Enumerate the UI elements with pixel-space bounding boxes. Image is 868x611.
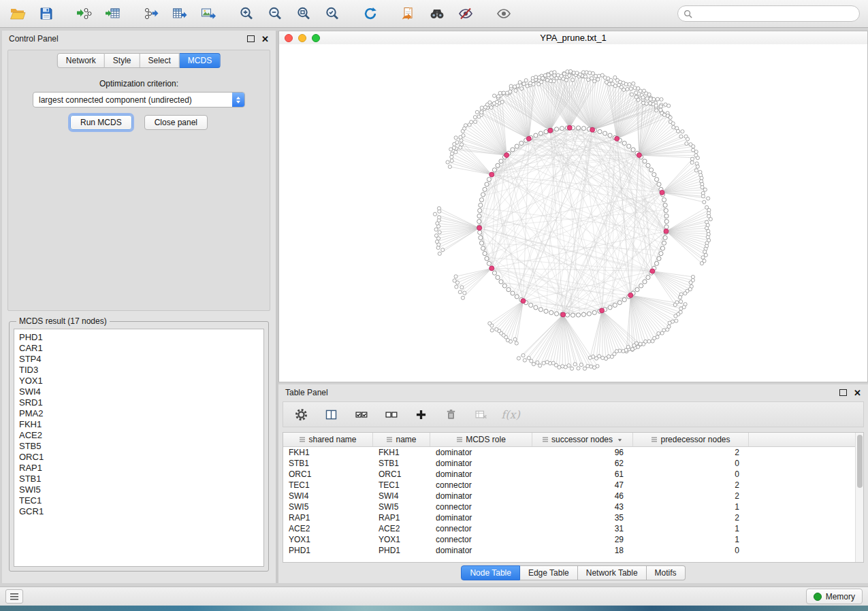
- mcds-result-item[interactable]: STP4: [19, 354, 259, 365]
- table-row[interactable]: PHD1PHD1dominator180: [283, 545, 863, 556]
- table-row[interactable]: RAP1RAP1dominator352: [283, 512, 863, 523]
- tab-network[interactable]: Network: [57, 53, 105, 68]
- deselect-all-icon: [384, 408, 398, 422]
- cell-successor-nodes: 29: [532, 534, 633, 545]
- tab-motifs[interactable]: Motifs: [647, 565, 686, 580]
- mcds-result-item[interactable]: SRD1: [19, 397, 259, 408]
- mcds-result-item[interactable]: STB1: [19, 474, 259, 484]
- tab-node-table[interactable]: Node Table: [461, 565, 520, 580]
- table-row[interactable]: STB1STB1dominator620: [283, 458, 863, 469]
- column-header-name[interactable]: name: [373, 433, 430, 446]
- save-button[interactable]: [37, 4, 56, 23]
- close-panel-button[interactable]: Close panel: [144, 115, 208, 130]
- cell-shared-name: ACE2: [283, 523, 373, 534]
- main-toolbar: [0, 0, 868, 28]
- deselect-all-button[interactable]: [383, 406, 399, 423]
- clear-table-button[interactable]: [472, 406, 489, 423]
- mcds-result-item[interactable]: GCR1: [19, 506, 259, 517]
- run-mcds-button[interactable]: Run MCDS: [70, 115, 132, 130]
- mcds-result-item[interactable]: ORC1: [19, 452, 259, 463]
- mcds-result-item[interactable]: ACE2: [19, 430, 259, 441]
- tab-network-table[interactable]: Network Table: [578, 565, 647, 580]
- mcds-result-item[interactable]: TID3: [19, 365, 259, 376]
- window-minimize-button[interactable]: [298, 34, 306, 42]
- export-image-button[interactable]: [199, 4, 218, 23]
- mcds-result-item[interactable]: SWI4: [19, 386, 259, 397]
- zoom-out-button[interactable]: [266, 4, 285, 23]
- application-window: Control Panel ✕ NetworkStyleSelectMCDS O…: [0, 0, 868, 611]
- cell-shared-name: SWI5: [283, 501, 373, 512]
- mcds-result-item[interactable]: YOX1: [19, 376, 259, 386]
- panel-menu-button[interactable]: [5, 589, 23, 604]
- cell-name: STB1: [373, 458, 430, 469]
- mcds-result-item[interactable]: PMA2: [19, 408, 259, 419]
- open-file-button[interactable]: [8, 4, 27, 23]
- mcds-result-item[interactable]: PHD1: [19, 332, 259, 343]
- show-columns-button[interactable]: [323, 406, 339, 423]
- float-panel-icon[interactable]: [247, 35, 255, 42]
- network-canvas[interactable]: [279, 44, 867, 382]
- cell-name: FKH1: [373, 447, 430, 458]
- tab-mcds[interactable]: MCDS: [180, 53, 221, 68]
- tab-select[interactable]: Select: [140, 53, 180, 68]
- mcds-result-item[interactable]: TEC1: [19, 495, 259, 506]
- cell-shared-name: STB1: [283, 458, 373, 469]
- tab-edge-table[interactable]: Edge Table: [520, 565, 578, 580]
- column-header-successor-nodes[interactable]: successor nodes: [532, 433, 633, 446]
- zoom-fit-button[interactable]: [294, 4, 313, 23]
- float-table-panel-icon[interactable]: [839, 389, 847, 396]
- cell-successor-nodes: 47: [532, 480, 633, 491]
- table-row[interactable]: YOX1YOX1connector291: [283, 534, 863, 545]
- table-row[interactable]: TEC1TEC1connector472: [283, 480, 863, 491]
- mcds-result-item[interactable]: STB5: [19, 441, 259, 452]
- window-close-button[interactable]: [285, 34, 293, 42]
- window-zoom-button[interactable]: [312, 34, 320, 42]
- find-button[interactable]: [428, 4, 447, 23]
- optimization-criterion-select[interactable]: largest connected component (undirected): [33, 92, 245, 108]
- table-row[interactable]: FKH1FKH1dominator962: [283, 447, 863, 458]
- table-row[interactable]: ACE2ACE2connector311: [283, 523, 863, 534]
- import-table-button[interactable]: [103, 4, 123, 23]
- zoom-in-button[interactable]: [237, 4, 256, 23]
- cell-shared-name: RAP1: [283, 512, 373, 523]
- search-input[interactable]: [696, 8, 854, 19]
- mcds-result-item[interactable]: FKH1: [19, 419, 259, 430]
- refresh-button[interactable]: [361, 4, 380, 23]
- delete-row-button[interactable]: [443, 406, 459, 423]
- add-row-button[interactable]: [413, 406, 429, 423]
- network-graph[interactable]: [279, 44, 867, 382]
- table-scrollbar[interactable]: [855, 433, 863, 562]
- mcds-result-list[interactable]: PHD1CAR1STP4TID3YOX1SWI4SRD1PMA2FKH1ACE2…: [14, 329, 264, 567]
- hide-visuals-button[interactable]: [456, 4, 475, 23]
- table-row[interactable]: SWI4SWI4dominator462: [283, 491, 863, 501]
- table-row[interactable]: ORC1ORC1dominator610: [283, 469, 863, 480]
- share-document-button[interactable]: [399, 4, 418, 23]
- mcds-result-item[interactable]: SWI5: [19, 484, 259, 495]
- tab-style[interactable]: Style: [105, 53, 140, 68]
- column-header-shared-name[interactable]: shared name: [283, 433, 373, 446]
- column-header-filler: [749, 433, 863, 446]
- close-table-panel-icon[interactable]: ✕: [854, 389, 861, 397]
- table-row[interactable]: SWI5SWI5connector431: [283, 501, 863, 512]
- function-builder-button[interactable]: f(x): [502, 406, 519, 423]
- column-header-mcds-role[interactable]: MCDS role: [430, 433, 532, 446]
- table-settings-button[interactable]: [293, 406, 309, 423]
- show-visuals-button[interactable]: [494, 4, 513, 23]
- mcds-result-item[interactable]: CAR1: [19, 343, 259, 354]
- export-group: [142, 4, 218, 23]
- zoom-selected-button[interactable]: [323, 4, 342, 23]
- export-network-button[interactable]: [142, 4, 161, 23]
- mcds-result-item[interactable]: RAP1: [19, 463, 259, 474]
- export-table-button[interactable]: [170, 4, 189, 23]
- select-all-button[interactable]: [353, 406, 369, 423]
- memory-button[interactable]: Memory: [806, 589, 863, 604]
- cell-predecessor-nodes: 2: [633, 447, 749, 458]
- file-group: [8, 4, 56, 23]
- import-network-button[interactable]: [75, 4, 94, 23]
- close-panel-icon[interactable]: ✕: [261, 35, 269, 44]
- cell-predecessor-nodes: 2: [633, 491, 749, 501]
- column-header-predecessor-nodes[interactable]: predecessor nodes: [633, 433, 749, 446]
- scrollbar-thumb[interactable]: [857, 435, 863, 488]
- refresh-icon: [362, 5, 379, 22]
- search-box[interactable]: [677, 5, 860, 22]
